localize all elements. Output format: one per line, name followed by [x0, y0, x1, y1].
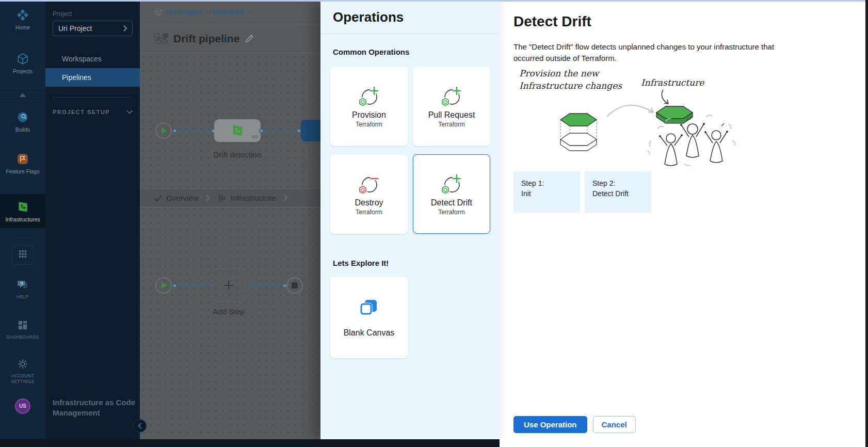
rail-item-account-settings[interactable]: ACCOUNT SETTINGS: [5, 357, 41, 385]
pipeline-end-node[interactable]: [286, 277, 303, 294]
operation-card-detect-drift[interactable]: Detect Drift Terraform: [413, 154, 490, 234]
chevron-right-icon: [206, 195, 210, 201]
sidebar-item-pipelines[interactable]: Pipelines: [45, 68, 140, 87]
pipeline-canvas[interactable]: Drift detection Overview Infrastructure: [140, 53, 320, 439]
rail-item-label: HELP: [17, 294, 29, 300]
step-title: Step 1:: [521, 178, 572, 188]
operations-drawer: Operations Common Operations Provision T…: [320, 0, 500, 439]
stage-node-selected-stub[interactable]: [301, 120, 320, 141]
play-icon: [162, 282, 167, 289]
home-icon: [16, 8, 29, 22]
operation-card-destroy[interactable]: Destroy Terraform: [330, 154, 408, 234]
stage-label: Drift detection: [194, 150, 281, 159]
stage-node-drift-detection[interactable]: [214, 119, 261, 142]
infrastructures-icon: [230, 123, 245, 138]
project-selector[interactable]: Uri Project: [53, 21, 133, 36]
explore-label: Lets Explore It!: [333, 259, 490, 267]
tab-overview[interactable]: Overview: [154, 194, 199, 202]
rail-item-help[interactable]: HELP: [0, 278, 45, 300]
operation-subtitle: Terraform: [438, 121, 464, 128]
rail-item-projects[interactable]: Projects: [0, 52, 45, 74]
module-rail: Home Projects Builds Feature Flags: [0, 0, 45, 439]
breadcrumb-pipelines-link[interactable]: Pipelines: [213, 8, 243, 16]
infrastructures-icon: [16, 200, 29, 214]
breadcrumb-project-link[interactable]: Uri Project: [166, 8, 201, 16]
project-name: Uri Project: [58, 24, 92, 33]
project-sidebar: Project Uri Project Workspaces Pipelines…: [45, 0, 140, 439]
common-operations-label: Common Operations: [333, 47, 490, 56]
projects-icon: [16, 52, 29, 66]
step-name: Detect Drift: [592, 188, 644, 199]
operation-card-blank-canvas[interactable]: Blank Canvas: [330, 277, 408, 358]
illustration-label-left-2: Infrastructure changes: [519, 81, 622, 91]
chevron-right-icon: [283, 195, 287, 201]
sidebar-collapse-button[interactable]: [133, 419, 147, 433]
window-right-edge: [865, 0, 868, 447]
grid-icon: [19, 250, 27, 260]
operation-subtitle: Terraform: [356, 121, 382, 128]
destroy-icon: [357, 172, 381, 196]
connector-line: [247, 285, 283, 286]
sidebar-item-workspaces[interactable]: Workspaces: [53, 50, 133, 68]
operation-name: Detect Drift: [431, 198, 472, 207]
project-label: Project: [53, 10, 133, 18]
pipeline-start-node[interactable]: [155, 122, 172, 139]
rail-item-feature-flags[interactable]: Feature Flags: [0, 152, 45, 174]
operations-grid: Provision Terraform Pull Request Terrafo…: [330, 67, 490, 234]
caret-up-icon: [19, 90, 26, 99]
plus-icon: [223, 280, 234, 291]
add-step-label: Add Step: [195, 307, 263, 316]
detect-drift-icon: [439, 172, 464, 196]
window-top-edge: [0, 0, 868, 2]
rail-item-module-selector[interactable]: [11, 245, 34, 265]
project-setup-toggle[interactable]: PROJECT SETUP: [53, 109, 133, 115]
add-step-node[interactable]: [212, 268, 246, 302]
rail-scroll-up[interactable]: [0, 88, 45, 101]
pipeline-start-node[interactable]: [155, 277, 172, 294]
stage-tabbar: Overview Infrastructure: [140, 188, 320, 207]
rail-item-builds[interactable]: Builds: [0, 110, 45, 133]
hexagons-icon: [217, 194, 227, 203]
blank-canvas-icon: [358, 297, 380, 318]
window-bottom-edge: [0, 439, 500, 447]
edit-pencil-icon[interactable]: [245, 34, 254, 43]
rail-item-label: Builds: [15, 126, 30, 133]
step-box-2: Step 2: Detect Drift: [585, 171, 651, 213]
drawer-title: Operations: [330, 0, 490, 34]
dashboards-icon: [16, 318, 29, 332]
connector-line: [176, 130, 212, 131]
tab-infrastructure[interactable]: Infrastructure: [217, 194, 276, 203]
feature-flags-icon: [16, 152, 29, 166]
builds-icon: [16, 110, 29, 124]
rail-item-label: Projects: [13, 68, 33, 74]
detect-drift-illustration: Provision the new Infrastructure changes…: [511, 63, 741, 170]
user-avatar[interactable]: US: [15, 398, 30, 414]
illustration-label-left-1: Provision the new: [519, 68, 600, 78]
rail-item-home[interactable]: Home: [0, 8, 45, 30]
detect-drift-panel: Detect Drift The "Detect Drift" flow det…: [500, 0, 868, 447]
rail-item-label: Feature Flags: [6, 168, 40, 174]
chevron-left-icon: [138, 423, 142, 429]
module-title: Infrastructure as Code Management: [53, 397, 136, 418]
operation-subtitle: Terraform: [356, 209, 382, 216]
rail-item-label: Home: [15, 24, 30, 30]
step-box-1: Step 1: Init: [513, 171, 580, 213]
rail-item-dashboards[interactable]: DASHBOARDS: [0, 318, 45, 340]
operation-card-provision[interactable]: Provision Terraform: [330, 67, 408, 146]
rail-item-label: Infrastructures: [5, 216, 40, 222]
stop-icon: [292, 282, 298, 289]
use-operation-button[interactable]: Use Operation: [513, 416, 587, 433]
cancel-button[interactable]: Cancel: [593, 416, 636, 433]
breadcrumb-separator: >: [205, 8, 209, 16]
illustration-label-right: Infrastructure: [641, 77, 704, 88]
breadcrumb-separator: >: [247, 8, 251, 16]
step-title: Step 2:: [592, 178, 644, 188]
divider: [320, 34, 500, 34]
panel-title: Detect Drift: [513, 13, 868, 30]
operation-card-pull-request[interactable]: Pull Request Terraform: [413, 67, 490, 146]
rail-item-infrastructures[interactable]: Infrastructures: [0, 194, 45, 228]
provision-icon: [357, 85, 381, 108]
operation-name: Destroy: [355, 198, 383, 207]
rail-divider: [12, 237, 33, 238]
steps-row: Step 1: Init Step 2: Detect Drift: [513, 171, 651, 213]
